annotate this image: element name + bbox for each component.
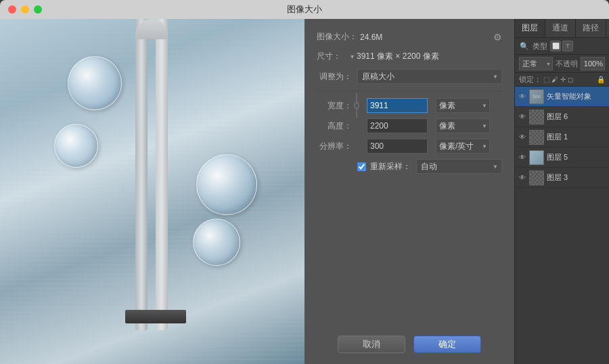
ball-3 [196, 154, 257, 215]
image-size-value: 24.6M [360, 32, 382, 42]
lock-transparency-icon[interactable]: ⬚ [543, 76, 549, 83]
layer-thumb-5 [529, 170, 544, 185]
layers-panel: 图层 通道 路径 🔍 类型 ⬜ T 正常 不透明 锁定： ⬚ [514, 19, 609, 364]
height-row: 高度： 像素 [317, 118, 502, 133]
cancel-button[interactable]: 取消 [338, 336, 405, 353]
height-input[interactable] [367, 118, 428, 133]
adjust-select[interactable]: 原稿大小 [357, 69, 502, 84]
eye-icon-1[interactable]: 👁 [518, 92, 527, 101]
close-button[interactable] [8, 5, 16, 14]
layers-tabs: 图层 通道 路径 [515, 19, 609, 38]
arch-right [156, 19, 168, 330]
layer-item-3[interactable]: 👁 图层 3 [515, 168, 609, 188]
dimensions-form: 宽度： 像素 [317, 91, 502, 174]
dimension-value: 3911 像素 × 2200 像素 [357, 51, 439, 62]
canvas-image [0, 19, 304, 364]
height-unit-wrapper[interactable]: 像素 [432, 118, 490, 133]
resolution-row: 分辨率： 像素/英寸 [317, 139, 502, 154]
layer-item-6[interactable]: 👁 图层 6 [515, 107, 609, 127]
lock-position-icon[interactable]: ✛ [560, 76, 566, 83]
resample-row: 重新采样： 自动 [357, 159, 502, 174]
blend-row: 正常 不透明 [515, 55, 609, 73]
height-unit-select[interactable]: 像素 [436, 118, 490, 133]
resample-checkbox[interactable] [357, 162, 366, 171]
layer-name-1: 矢量智能对象 [547, 91, 591, 101]
image-size-row: 图像大小： 24.6M ⚙ [317, 31, 502, 43]
opacity-label: 不透明 [556, 59, 578, 69]
layer-thumb-4 [529, 150, 544, 165]
lock-all-icon[interactable]: 🔒 [597, 76, 605, 83]
lock-label: 锁定： [519, 74, 541, 85]
layer-name-5: 图层 3 [547, 173, 568, 183]
opacity-input[interactable] [581, 57, 605, 70]
canvas-area [0, 19, 304, 364]
layer-text-filter[interactable]: T [562, 41, 573, 51]
lock-paint-icon[interactable]: 🖌 [551, 76, 558, 83]
resample-select-wrapper[interactable]: 自动 [416, 159, 502, 174]
lock-row: 锁定： ⬚ 🖌 ✛ ◻ 🔒 [515, 73, 609, 87]
eye-icon-3[interactable]: 👁 [518, 133, 527, 142]
window-controls[interactable] [8, 5, 42, 14]
layer-thumb-3 [529, 130, 544, 145]
chevron-down-icon: ▾ [351, 53, 354, 60]
ball-1 [68, 56, 122, 110]
width-unit-wrapper[interactable]: 像素 [432, 98, 490, 113]
eye-icon-5[interactable]: 👁 [518, 173, 527, 183]
tab-paths[interactable]: 路径 [576, 19, 606, 37]
ball-4 [193, 219, 240, 266]
tab-channels[interactable]: 通道 [545, 19, 576, 37]
dimension-label: 尺寸： [317, 51, 351, 62]
eye-icon-2[interactable]: 👁 [518, 112, 527, 122]
dialog-content: 图像大小： 24.6M ⚙ 尺寸： ▾ 3911 像素 × 2200 像素 调整… [304, 19, 514, 326]
dialog-panel: 图像大小： 24.6M ⚙ 尺寸： ▾ 3911 像素 × 2200 像素 调整… [304, 19, 514, 364]
layer-item-5[interactable]: 👁 图层 5 [515, 147, 609, 168]
eye-icon-4[interactable]: 👁 [518, 153, 527, 162]
confirm-button[interactable]: 确定 [413, 336, 481, 353]
width-unit-select[interactable]: 像素 [436, 98, 490, 113]
layer-item-1[interactable]: 👁 图层 1 [515, 127, 609, 147]
adjust-select-wrapper[interactable]: 原稿大小 [357, 69, 502, 84]
adjust-label: 调整为： [317, 71, 352, 83]
blend-select-wrapper[interactable]: 正常 [519, 57, 553, 70]
search-icon: 🔍 [519, 41, 530, 51]
tab-layers[interactable]: 图层 [515, 19, 545, 37]
chain-link-icon [352, 98, 361, 113]
width-row: 宽度： 像素 [317, 98, 502, 113]
layers-toolbar: 🔍 类型 ⬜ T [515, 38, 609, 55]
resolution-unit-wrapper[interactable]: 像素/英寸 [432, 139, 490, 154]
layer-name-2: 图层 6 [547, 112, 568, 122]
resolution-label: 分辨率： [317, 141, 352, 152]
ball-2 [54, 124, 98, 168]
layer-pixel-filter[interactable]: ⬜ [550, 41, 561, 51]
resample-select[interactable]: 自动 [416, 159, 502, 174]
resolution-unit-select[interactable]: 像素/英寸 [436, 139, 490, 154]
image-size-label: 图像大小： [317, 31, 357, 43]
blend-mode-select[interactable]: 正常 [519, 57, 553, 70]
dialog-buttons: 取消 确定 [304, 326, 514, 364]
adjust-row: 调整为： 原稿大小 [317, 69, 502, 84]
dimension-toggle[interactable]: ▾ 3911 像素 × 2200 像素 [351, 51, 439, 62]
layer-thumb-1: Sm [529, 89, 544, 104]
minimize-button[interactable] [21, 5, 29, 14]
layer-name-3: 图层 1 [547, 132, 568, 142]
width-label: 宽度： [317, 100, 352, 112]
resolution-input[interactable] [367, 139, 428, 154]
arch-left [135, 19, 148, 330]
dimensions-row: 尺寸： ▾ 3911 像素 × 2200 像素 [317, 51, 502, 62]
titlebar: 图像大小 [0, 0, 609, 19]
filter-type-label: 类型 [533, 41, 547, 51]
width-input[interactable] [367, 98, 428, 113]
maximize-button[interactable] [34, 5, 42, 14]
gear-icon[interactable]: ⚙ [493, 32, 502, 43]
layer-name-4: 图层 5 [547, 152, 568, 162]
main-layout: 图像大小： 24.6M ⚙ 尺寸： ▾ 3911 像素 × 2200 像素 调整… [0, 19, 609, 364]
layer-item-smart-object[interactable]: 👁 Sm 矢量智能对象 [515, 87, 609, 107]
window-title: 图像大小 [287, 3, 322, 16]
layer-type-buttons: ⬜ T [550, 41, 573, 51]
svg-rect-1 [355, 103, 359, 108]
platform [125, 310, 186, 323]
resample-label: 重新采样： [370, 161, 411, 173]
height-label: 高度： [317, 120, 352, 132]
layer-thumb-2 [529, 110, 544, 124]
lock-artboard-icon[interactable]: ◻ [568, 76, 573, 83]
